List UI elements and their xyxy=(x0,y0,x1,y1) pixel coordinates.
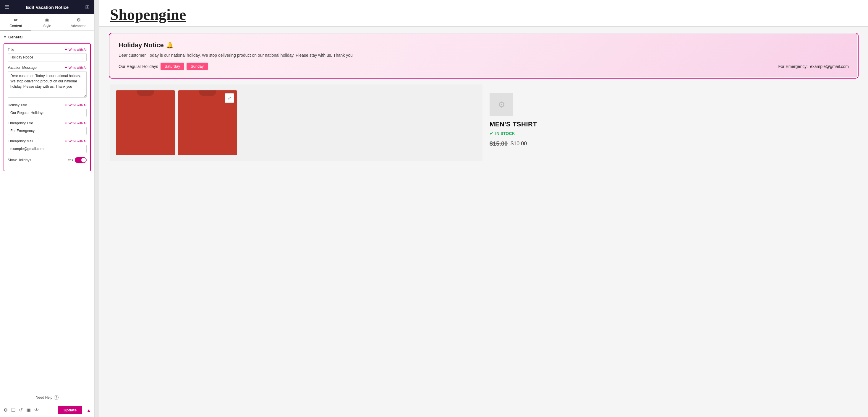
emergency-title-field-row: Emergency Title ✦ Write with AI xyxy=(8,121,87,135)
ai-sparkle-icon-4: ✦ xyxy=(64,121,67,125)
tab-style-label: Style xyxy=(43,24,51,28)
checkmark-icon: ✔ xyxy=(490,131,493,136)
product-images: ⤢ xyxy=(110,84,483,161)
emergency-mail-input[interactable] xyxy=(8,145,87,153)
expand-button[interactable]: ⤢ xyxy=(225,93,234,103)
bell-icon: 🔔 xyxy=(166,42,174,49)
panel-header: ☰ Edit Vacation Notice ⊞ xyxy=(0,0,94,14)
tab-advanced[interactable]: ⚙ Advanced xyxy=(63,14,94,30)
vacation-message-write-ai-label: Write with AI xyxy=(69,66,87,69)
emergency-label: For Emergency: xyxy=(778,64,808,69)
show-holidays-toggle-wrapper: Yes xyxy=(68,157,87,163)
tab-content[interactable]: ✏ Content xyxy=(0,14,31,30)
tabs-bar: ✏ Content ◉ Style ⚙ Advanced xyxy=(0,14,94,31)
in-stock-text: IN STOCK xyxy=(495,131,515,136)
emergency-title-input[interactable] xyxy=(8,127,87,135)
grid-icon[interactable]: ⊞ xyxy=(85,4,90,10)
ai-sparkle-icon-3: ✦ xyxy=(64,103,67,107)
help-icon[interactable]: ? xyxy=(54,395,59,400)
title-field-label: Title xyxy=(8,47,14,52)
general-label: General xyxy=(8,35,23,39)
chevron-up-icon[interactable]: ▲ xyxy=(87,408,91,413)
panel-body: ▼ General Title ✦ Write with AI Vacation… xyxy=(0,31,94,392)
vacation-message-label-row: Vacation Message ✦ Write with AI xyxy=(8,66,87,70)
emergency-title-field-label: Emergency Title xyxy=(8,121,33,125)
bottom-toolbar: ⚙ ❑ ↺ ▣ 👁 Update ▲ xyxy=(0,403,94,417)
holiday-title-write-ai-label: Write with AI xyxy=(69,103,87,107)
vacation-message-field-label: Vacation Message xyxy=(8,66,37,70)
holiday-footer: Our Regular Holidays Saturday Sunday For… xyxy=(119,63,849,70)
regular-holidays-label: Our Regular Holidays xyxy=(119,64,158,69)
holiday-title-write-ai-button[interactable]: ✦ Write with AI xyxy=(64,103,87,107)
tab-style[interactable]: ◉ Style xyxy=(31,14,63,30)
ai-sparkle-icon: ✦ xyxy=(64,47,67,52)
product-placeholder-icon: ⚙ xyxy=(490,93,513,116)
emergency-mail-write-ai-button[interactable]: ✦ Write with AI xyxy=(64,139,87,143)
show-holidays-field-row: Show Holidays Yes xyxy=(8,157,87,163)
emergency-title-write-ai-button[interactable]: ✦ Write with AI xyxy=(64,121,87,125)
price-row: $15.00 $10.00 xyxy=(490,140,850,147)
left-panel: ☰ Edit Vacation Notice ⊞ ✏ Content ◉ Sty… xyxy=(0,0,95,417)
emergency-mail-label-row: Emergency Mail ✦ Write with AI xyxy=(8,139,87,143)
site-header: Shopengine xyxy=(99,0,868,27)
price-sale: $10.00 xyxy=(510,141,527,147)
show-holidays-toggle[interactable] xyxy=(75,157,87,163)
title-label-row: Title ✦ Write with AI xyxy=(8,47,87,52)
gear-icon: ⚙ xyxy=(76,17,81,23)
vacation-message-textarea[interactable] xyxy=(8,71,87,98)
holiday-notice-widget[interactable]: Holiday Notice 🔔 Dear customer, Today is… xyxy=(110,34,857,77)
product-image-1 xyxy=(116,91,175,155)
need-help-text: Need Help xyxy=(36,395,53,399)
vacation-message-write-ai-button[interactable]: ✦ Write with AI xyxy=(64,66,87,70)
product-image-2: ⤢ xyxy=(178,91,237,155)
history-icon[interactable]: ↺ xyxy=(19,407,23,413)
holiday-notice-title: Holiday Notice xyxy=(119,41,164,49)
emergency-title-write-ai-label: Write with AI xyxy=(69,121,87,125)
need-help-section: Need Help ? xyxy=(4,395,90,400)
panel-header-title: Edit Vacation Notice xyxy=(26,5,69,10)
holiday-title-field-row: Holiday Title ✦ Write with AI xyxy=(8,103,87,117)
product-section: ⤢ ⚙ MEN'S TSHIRT ✔ IN STOCK $15.00 $10.0… xyxy=(110,84,857,161)
show-holidays-label: Show Holidays xyxy=(8,158,31,162)
settings-icon[interactable]: ⚙ xyxy=(4,407,8,413)
tab-content-label: Content xyxy=(9,24,22,28)
emergency-email: example@gmail.com xyxy=(810,64,849,69)
general-box: Title ✦ Write with AI Vacation Message ✦… xyxy=(4,43,91,171)
in-stock-row: ✔ IN STOCK xyxy=(490,131,850,136)
pencil-icon: ✏ xyxy=(14,17,18,23)
resize-handle[interactable]: ⋮ xyxy=(95,0,99,417)
emergency-mail-write-ai-label: Write with AI xyxy=(69,139,87,143)
sunday-button[interactable]: Sunday xyxy=(187,63,208,70)
site-title: Shopengine xyxy=(110,6,857,23)
toggle-yes-label: Yes xyxy=(68,158,73,162)
pages-icon[interactable]: ▣ xyxy=(26,407,31,413)
title-write-ai-label: Write with AI xyxy=(69,48,87,51)
title-input[interactable] xyxy=(8,53,87,62)
arrow-icon: ▼ xyxy=(4,35,6,39)
holiday-title-input[interactable] xyxy=(8,109,87,117)
product-name: MEN'S TSHIRT xyxy=(490,120,850,128)
holiday-days-row: Our Regular Holidays Saturday Sunday xyxy=(119,63,208,70)
holiday-title-label-row: Holiday Title ✦ Write with AI xyxy=(8,103,87,107)
title-field-row: Title ✦ Write with AI xyxy=(8,47,87,62)
product-info: ⚙ MEN'S TSHIRT ✔ IN STOCK $15.00 $10.00 xyxy=(483,84,857,161)
show-holidays-toggle-row: Show Holidays Yes xyxy=(8,157,87,163)
update-button[interactable]: Update xyxy=(58,406,82,414)
emergency-title-label-row: Emergency Title ✦ Write with AI xyxy=(8,121,87,125)
preview-icon[interactable]: 👁 xyxy=(34,408,39,413)
saturday-button[interactable]: Saturday xyxy=(160,63,184,70)
right-panel: Shopengine Holiday Notice 🔔 Dear custome… xyxy=(99,0,868,417)
emergency-row: For Emergency: example@gmail.com xyxy=(778,64,849,69)
holiday-title-field-label: Holiday Title xyxy=(8,103,27,107)
panel-footer: Need Help ? xyxy=(0,392,94,403)
style-icon: ◉ xyxy=(45,17,49,23)
hamburger-icon[interactable]: ☰ xyxy=(5,4,9,10)
tab-advanced-label: Advanced xyxy=(71,24,86,28)
title-write-ai-button[interactable]: ✦ Write with AI xyxy=(64,47,87,52)
emergency-mail-field-row: Emergency Mail ✦ Write with AI xyxy=(8,139,87,153)
general-section-title: ▼ General xyxy=(4,35,91,39)
ai-sparkle-icon-5: ✦ xyxy=(64,139,67,143)
vacation-message-field-row: Vacation Message ✦ Write with AI xyxy=(8,66,87,99)
holiday-message: Dear customer, Today is our national hol… xyxy=(119,52,849,59)
layers-icon[interactable]: ❑ xyxy=(11,407,16,413)
